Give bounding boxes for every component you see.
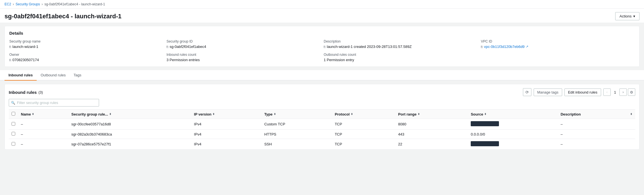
pagination: ‹ 1 › ⚙ xyxy=(603,88,635,96)
actions-button[interactable]: Actions ▾ xyxy=(615,12,639,20)
row-checkbox-1[interactable] xyxy=(12,132,15,136)
cell-description-1: – xyxy=(558,130,635,139)
rules-section: Inbound rules (3) ⟳ Manage tags Edit inb… xyxy=(5,84,639,150)
table-settings-button[interactable]: ⚙ xyxy=(628,88,635,96)
actions-label: Actions xyxy=(619,14,632,18)
detail-inbound-count: Inbound rules count 3 Permission entries xyxy=(167,53,320,62)
details-grid: Security group name ⎘ launch-wizard-1 Se… xyxy=(9,39,635,62)
filter-icon-description: ⬍ xyxy=(630,113,632,116)
detail-empty xyxy=(481,53,635,62)
copy-icon-owner[interactable]: ⎘ xyxy=(9,58,11,62)
select-all-header xyxy=(9,110,18,119)
cell-name-1: – xyxy=(18,130,69,139)
table-header-row: Name ⬍ Security group rule... ⬍ IP versi… xyxy=(9,110,635,119)
breadcrumb-current: sg-0abf2f041ef1abec4 - launch-wizard-1 xyxy=(44,2,105,6)
col-header-protocol: Protocol ⬍ xyxy=(332,110,395,119)
source-badge xyxy=(471,121,499,126)
sg-id-text: sg-0abf2f041ef1abec4 xyxy=(170,45,206,49)
rules-header: Inbound rules (3) ⟳ Manage tags Edit inb… xyxy=(9,88,635,96)
cell-name-2: – xyxy=(18,139,69,150)
search-icon: 🔍 xyxy=(11,101,15,105)
detail-label-owner: Owner xyxy=(9,53,163,57)
details-title: Details xyxy=(9,31,635,36)
rules-actions: ⟳ Manage tags Edit inbound rules ‹ 1 › ⚙ xyxy=(523,88,635,96)
cell-rule-id-0: sgr-00ccfee03577a16d8 xyxy=(69,119,191,130)
prev-page-button[interactable]: ‹ xyxy=(603,88,611,96)
row-checkbox-cell xyxy=(9,130,18,139)
row-checkbox-2[interactable] xyxy=(12,142,15,146)
detail-label-sg-id: Security group ID xyxy=(167,39,320,43)
details-section: Details Security group name ⎘ launch-wiz… xyxy=(5,26,639,67)
cell-port-range-0: 8080 xyxy=(395,119,468,130)
col-header-ip-version: IP version ⬍ xyxy=(191,110,261,119)
tabs-bar: Inbound rules Outbound rules Tags xyxy=(0,70,644,81)
col-header-rule-id: Security group rule... ⬍ xyxy=(69,110,191,119)
cell-port-range-1: 443 xyxy=(395,130,468,139)
cell-protocol-0: TCP xyxy=(332,119,395,130)
col-header-type: Type ⬍ xyxy=(261,110,332,119)
detail-security-group-name: Security group name ⎘ launch-wizard-1 xyxy=(9,39,163,49)
cell-source-2 xyxy=(468,139,558,150)
cell-ip-version-2: IPv4 xyxy=(191,139,261,150)
detail-label-description: Description xyxy=(324,39,477,43)
refresh-button[interactable]: ⟳ xyxy=(523,88,531,96)
col-header-name: Name ⬍ xyxy=(18,110,69,119)
breadcrumb-sep-2: › xyxy=(41,2,43,6)
breadcrumb-ec2[interactable]: EC2 xyxy=(5,2,11,6)
copy-icon-sg-name[interactable]: ⎘ xyxy=(9,45,11,48)
sort-icon-name: ⬍ xyxy=(32,113,34,116)
cell-type-0: Custom TCP xyxy=(261,119,332,130)
detail-value-inbound-count: 3 Permission entries xyxy=(167,58,320,62)
external-link-icon: ↗ xyxy=(526,45,528,48)
vpc-id-link[interactable]: vpc-0b11f3d120b7eb6d9 xyxy=(484,45,525,49)
sort-icon-ip-version: ⬍ xyxy=(213,113,215,116)
manage-tags-button[interactable]: Manage tags xyxy=(534,88,562,96)
tab-inbound-rules[interactable]: Inbound rules xyxy=(5,70,37,81)
source-text: 0.0.0.0/0 xyxy=(471,132,485,136)
cell-type-2: SSH xyxy=(261,139,332,150)
rules-table: Name ⬍ Security group rule... ⬍ IP versi… xyxy=(9,109,635,149)
owner-text: 0708230507174 xyxy=(12,58,39,62)
inbound-count-text: 3 Permission entries xyxy=(167,58,200,62)
select-all-checkbox[interactable] xyxy=(12,112,15,116)
cell-protocol-2: TCP xyxy=(332,139,395,150)
edit-inbound-rules-button[interactable]: Edit inbound rules xyxy=(564,88,601,96)
breadcrumb-security-groups[interactable]: Security Groups xyxy=(16,2,40,6)
copy-icon-sg-id[interactable]: ⎘ xyxy=(167,45,168,48)
breadcrumb: EC2 › Security Groups › sg-0abf2f041ef1a… xyxy=(0,0,644,9)
sort-icon-rule-id: ⬍ xyxy=(109,113,111,116)
page-number: 1 xyxy=(612,90,618,95)
copy-icon-vpc-id[interactable]: ⎘ xyxy=(481,45,483,48)
sort-icon-source: ⬍ xyxy=(484,113,487,116)
col-header-source: Source ⬍ xyxy=(468,110,558,119)
page-title: sg-0abf2f041ef1abec4 - launch-wizard-1 xyxy=(5,13,121,20)
sort-icon-type: ⬍ xyxy=(274,113,276,116)
detail-value-vpc-id: ⎘ vpc-0b11f3d120b7eb6d9 ↗ xyxy=(481,45,635,49)
rules-count: (3) xyxy=(38,90,43,94)
row-checkbox-0[interactable] xyxy=(12,122,15,126)
cell-source-1: 0.0.0.0/0 xyxy=(468,130,558,139)
sort-icon-protocol: ⬍ xyxy=(351,113,353,116)
next-page-button[interactable]: › xyxy=(619,88,627,96)
detail-label-outbound-count: Outbound rules count xyxy=(324,53,477,57)
rules-title: Inbound rules xyxy=(9,90,37,95)
cell-rule-id-2: sgr-07a286ce5757e27f1 xyxy=(69,139,191,150)
cell-description-2: – xyxy=(558,139,635,150)
search-input[interactable] xyxy=(9,99,99,107)
copy-icon-description[interactable]: ⎘ xyxy=(324,45,326,48)
row-checkbox-cell xyxy=(9,119,18,130)
table-row: – sgr-082a3c0b3740683ca IPv4 HTTPS TCP 4… xyxy=(9,130,635,139)
table-row: – sgr-07a286ce5757e27f1 IPv4 SSH TCP 22 … xyxy=(9,139,635,150)
breadcrumb-sep-1: › xyxy=(13,2,14,6)
detail-value-sg-id: ⎘ sg-0abf2f041ef1abec4 xyxy=(167,45,320,49)
row-checkbox-cell xyxy=(9,139,18,150)
detail-label-sg-name: Security group name xyxy=(9,39,163,43)
detail-value-owner: ⎘ 0708230507174 xyxy=(9,58,163,62)
detail-label-vpc-id: VPC ID xyxy=(481,39,635,43)
detail-vpc-id: VPC ID ⎘ vpc-0b11f3d120b7eb6d9 ↗ xyxy=(481,39,635,49)
tab-tags[interactable]: Tags xyxy=(70,70,85,81)
tab-outbound-rules[interactable]: Outbound rules xyxy=(37,70,70,81)
actions-chevron-icon: ▾ xyxy=(633,14,635,18)
cell-protocol-1: TCP xyxy=(332,130,395,139)
cell-source-0 xyxy=(468,119,558,130)
